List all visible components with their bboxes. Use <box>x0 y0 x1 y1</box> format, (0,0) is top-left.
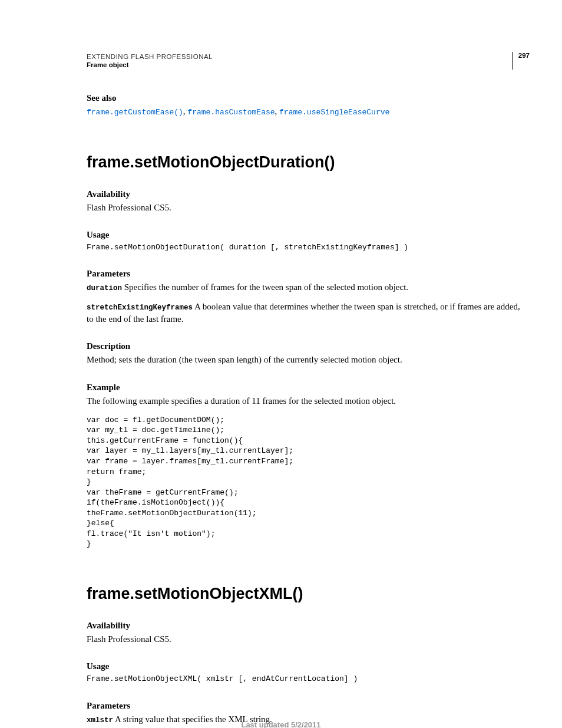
see-also-links: frame.getCustomEase(), frame.hasCustomEa… <box>87 106 521 118</box>
parameter-stretch: stretchExistingKeyframes A boolean value… <box>87 301 521 325</box>
running-header: EXTENDING FLASH PROFESSIONAL <box>87 53 521 60</box>
method-title-set-motion-object-duration: frame.setMotionObjectDuration() <box>87 153 521 172</box>
usage-label: Usage <box>87 661 521 671</box>
method-title-set-motion-object-xml: frame.setMotionObjectXML() <box>87 585 521 603</box>
param-name-stretch: stretchExistingKeyframes <box>87 304 193 312</box>
description-label: Description <box>87 341 521 351</box>
separator: , <box>275 107 280 116</box>
link-has-custom-ease[interactable]: frame.hasCustomEase <box>187 108 275 117</box>
see-also-label: See also <box>87 93 521 103</box>
description-text: Method; sets the duration (the tween spa… <box>87 354 521 365</box>
footer-last-updated: Last updated 5/2/2011 <box>0 720 562 728</box>
param-name-duration: duration <box>87 284 122 292</box>
example-label: Example <box>87 383 521 393</box>
availability-label: Availability <box>87 621 521 631</box>
parameters-label: Parameters <box>87 701 521 711</box>
availability-label: Availability <box>87 189 521 199</box>
usage-label: Usage <box>87 230 521 240</box>
usage-code: Frame.setMotionObjectDuration( duration … <box>87 242 521 253</box>
param-desc-duration: Specifies the number of frames for the t… <box>122 282 408 292</box>
page: 297 EXTENDING FLASH PROFESSIONAL Frame o… <box>0 0 562 728</box>
availability-text: Flash Professional CS5. <box>87 633 521 645</box>
link-get-custom-ease[interactable]: frame.getCustomEase() <box>87 108 183 117</box>
example-code: var doc = fl.getDocumentDOM(); var my_tl… <box>87 415 521 549</box>
parameter-duration: duration Specifies the number of frames … <box>87 281 521 294</box>
availability-text: Flash Professional CS5. <box>87 202 521 213</box>
page-number: 297 <box>512 52 530 70</box>
link-use-single-ease-curve[interactable]: frame.useSingleEaseCurve <box>279 108 389 117</box>
example-intro: The following example specifies a durati… <box>87 395 521 407</box>
parameters-label: Parameters <box>87 269 521 279</box>
usage-code: Frame.setMotionObjectXML( xmlstr [, endA… <box>87 674 521 684</box>
running-section: Frame object <box>87 61 521 68</box>
